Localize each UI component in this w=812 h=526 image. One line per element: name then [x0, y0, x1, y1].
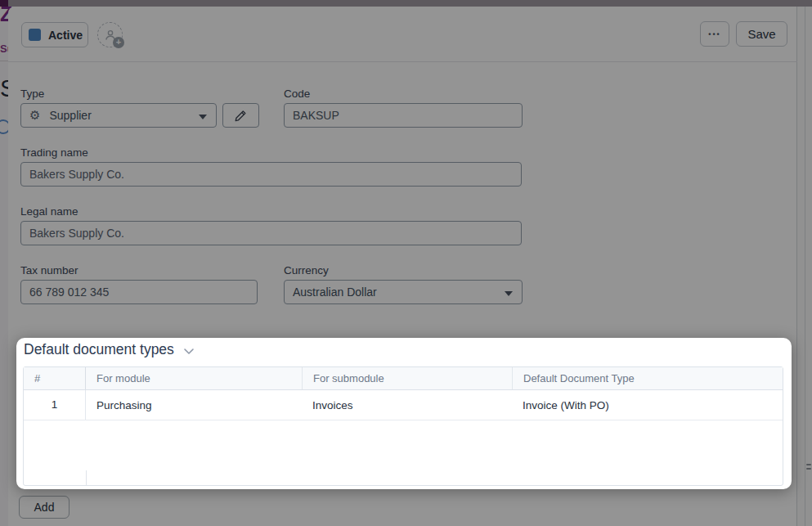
- col-header-for-module[interactable]: For module: [86, 367, 302, 389]
- default-document-types-section: Default document types # For module For …: [16, 338, 792, 489]
- cell-row-number: 1: [24, 390, 86, 420]
- table-empty-area: [24, 420, 783, 485]
- cell-for-submodule: Invoices: [302, 399, 512, 411]
- table-row[interactable]: 1 Purchasing Invoices Invoice (With PO): [24, 390, 783, 420]
- document-types-table: # For module For submodule Default Docum…: [23, 366, 783, 486]
- section-title: Default document types: [24, 341, 174, 358]
- col-header-default-document-type[interactable]: Default Document Type: [512, 367, 783, 389]
- section-title-row: Default document types: [24, 341, 195, 358]
- screen: Z Su S Active + ••• Save Type ⚙ Supplier: [0, 0, 812, 526]
- num-column-divider: [86, 470, 87, 485]
- cell-for-module: Purchasing: [86, 399, 302, 411]
- chevron-down-icon[interactable]: [183, 348, 195, 355]
- cell-default-document-type: Invoice (With PO): [512, 399, 783, 411]
- col-header-for-submodule[interactable]: For submodule: [302, 367, 512, 389]
- table-header-row: # For module For submodule Default Docum…: [24, 367, 783, 390]
- col-header-num[interactable]: #: [24, 367, 86, 389]
